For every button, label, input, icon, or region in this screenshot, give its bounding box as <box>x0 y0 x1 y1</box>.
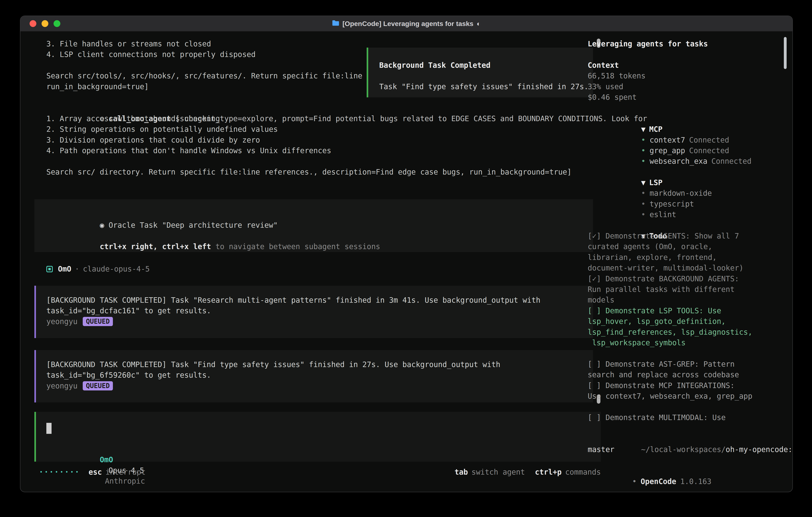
tool-call-line: ⚙call_omo_agent[subagent_type=explore, p… <box>46 103 647 113</box>
toast-title: Background Task Completed <box>379 60 593 71</box>
terminal-window: [OpenCode] Leveraging agents for tasks ◐… <box>20 16 793 492</box>
text-cursor <box>46 423 52 434</box>
traffic-lights <box>30 16 60 31</box>
agent-header: OmO · claude-opus-4-5 <box>46 264 150 274</box>
tool-args: [subagent_type=explore, prompt=Find pote… <box>175 114 647 123</box>
terminal-line: 3. Division operations that could divide… <box>46 135 647 145</box>
agent-model: claude-opus-4-5 <box>83 264 150 274</box>
task-user: yeongyu <box>46 316 78 327</box>
session-sidebar: Leveraging agents for tasks Context 66,5… <box>579 32 792 492</box>
input-agent-label: OmO <box>100 456 113 464</box>
mcp-status: Connected <box>711 157 751 166</box>
status-left: •••••••• esc interrupt <box>39 467 146 478</box>
input-footer: OmO Opus 4.5 Anthropic <box>46 444 145 455</box>
window-title: [OpenCode] Leveraging agents for tasks <box>343 20 473 28</box>
input-provider-label: Anthropic <box>105 477 145 485</box>
context-used: 33% used <box>588 81 792 92</box>
mcp-name: context7 <box>649 136 685 144</box>
terminal-line: Search src/ directory. Return specific f… <box>46 167 647 177</box>
task-meta: yeongyu QUEUED <box>46 381 593 391</box>
desktop: [OpenCode] Leveraging agents for tasks ◐… <box>0 0 812 517</box>
terminal-line: 4. Path operations that don't handle Win… <box>46 145 647 156</box>
todo-line: Use context7, websearch_exa, grep_app <box>588 391 792 402</box>
close-button[interactable] <box>30 20 36 27</box>
todo-line: models <box>588 295 792 305</box>
app-version-line: •OpenCode1.0.163 <box>588 466 792 476</box>
record-icon: ◉ <box>100 221 104 229</box>
todo-item: [ ] Demonstrate AST-GREP: Pattern search… <box>588 359 792 380</box>
sidebar-scrollbar-thumb[interactable] <box>784 37 787 69</box>
folder-icon <box>332 20 339 28</box>
todo-line: document-writer, multimodal-looker) <box>588 263 792 273</box>
task-line: [BACKGROUND TASK COMPLETED] Task "Find t… <box>46 359 593 370</box>
esc-key-label: interrupt <box>106 467 145 478</box>
context-section: Context 66,518 tokens 33% used $0.46 spe… <box>588 60 792 103</box>
minimize-button[interactable] <box>41 20 48 27</box>
todo-line: curated agents (OmO, oracle, <box>588 241 792 252</box>
background-task-message: [BACKGROUND TASK COMPLETED] Task "Find t… <box>34 350 593 403</box>
app-name: OpenCode <box>641 477 676 486</box>
tab-key-label: switch agent <box>471 467 525 478</box>
oracle-task-panel[interactable]: ◉Oracle Task "Deep architecture review" … <box>34 199 593 252</box>
blank-line <box>46 156 647 166</box>
mcp-name: websearch_exa <box>649 157 707 166</box>
mcp-status: Connected <box>689 146 729 155</box>
workspace-path-prefix: ~/local-workspaces/ <box>641 445 726 454</box>
todo-line: Run parallel tasks with different <box>588 284 792 295</box>
context-tokens: 66,518 tokens <box>588 71 792 81</box>
todo-line: [ ] Demonstrate AST-GREP: Pattern <box>588 359 792 370</box>
bullet-icon: • <box>641 189 645 197</box>
bullet-icon: • <box>641 136 645 144</box>
lsp-heading: LSP <box>649 178 663 187</box>
mcp-section-header[interactable]: ▼MCP <box>588 113 792 124</box>
todo-line: lsp_hover, lsp_goto_definition, <box>588 316 792 327</box>
titlebar[interactable]: [OpenCode] Leveraging agents for tasks ◐ <box>20 16 792 32</box>
status-right: tab switch agent ctrl+p commands <box>455 467 601 478</box>
context-spent: $0.46 spent <box>588 92 792 103</box>
status-bar: •••••••• esc interrupt tab switch agent … <box>39 467 601 478</box>
zoom-button[interactable] <box>54 20 60 27</box>
status-badge: QUEUED <box>83 317 113 326</box>
todo-section: ▼Todo [✓] Demonstrate AGENTS: Show all 7… <box>588 220 792 423</box>
busy-indicator: ◐ <box>477 20 481 28</box>
session-title: Leveraging agents for tasks <box>588 38 792 49</box>
workspace-info: ~/local-workspaces/oh-my-opencode: maste… <box>588 433 792 455</box>
todo-line: librarian, explore, frontend, <box>588 252 792 263</box>
todo-line: lsp_workspace_symbols <box>588 337 792 348</box>
todo-item: [ ] Demonstrate LSP TOOLS: Use lsp_hover… <box>588 305 792 348</box>
workspace-repo: oh-my-opencode: <box>726 445 792 454</box>
ctrlp-key-hint: ctrl+p <box>535 467 562 478</box>
prompt-input[interactable]: OmO Opus 4.5 Anthropic <box>34 412 601 462</box>
todo-line: [ ] Demonstrate MCP INTEGRATIONS: <box>588 380 792 391</box>
hint-text: to navigate between subagent sessions <box>211 242 380 251</box>
lsp-name: markdown-oxide <box>649 189 712 197</box>
agent-separator: · <box>75 264 79 274</box>
oracle-title: Oracle Task "Deep architecture review" <box>109 221 278 229</box>
task-line: [BACKGROUND TASK COMPLETED] Task "Resear… <box>46 295 593 305</box>
bullet-icon: • <box>641 157 645 166</box>
mcp-name: grep_app <box>649 146 685 155</box>
oracle-hint-line: ctrl+x right, ctrl+x left to navigate be… <box>46 231 593 241</box>
agent-checkbox-icon <box>46 266 53 272</box>
chevron-down-icon: ▼ <box>641 178 645 187</box>
todo-line: [✓] Demonstrate BACKGROUND AGENTS: <box>588 273 792 284</box>
toast-notification: Background Task Completed Task "Find typ… <box>367 48 593 98</box>
bullet-icon: • <box>641 146 645 155</box>
status-badge: QUEUED <box>83 381 113 390</box>
todo-line: [ ] Demonstrate LSP TOOLS: Use <box>588 305 792 316</box>
esc-key-hint: esc <box>88 467 102 478</box>
todo-line: [ ] Demonstrate MULTIMODAL: Use <box>588 412 792 423</box>
agent-name: OmO <box>58 264 71 274</box>
bullet-icon: • <box>632 477 637 486</box>
mcp-status: Connected <box>689 136 729 144</box>
app-content: 3. File handles or streams not closed 4.… <box>20 32 792 492</box>
mcp-heading: MCP <box>649 125 663 134</box>
todo-item: [ ] Demonstrate MCP INTEGRATIONS: Use co… <box>588 380 792 402</box>
bullet-icon: • <box>641 200 645 208</box>
window-title-wrap: [OpenCode] Leveraging agents for tasks ◐ <box>332 20 481 28</box>
workspace-path: ~/local-workspaces/oh-my-opencode: <box>588 433 792 444</box>
task-line: task_id="bg_dcfac161" to get results. <box>46 305 593 316</box>
todo-line: [✓] Demonstrate AGENTS: Show all 7 <box>588 231 792 241</box>
bullet-icon: • <box>641 210 645 219</box>
app-version: 1.0.163 <box>680 477 712 486</box>
